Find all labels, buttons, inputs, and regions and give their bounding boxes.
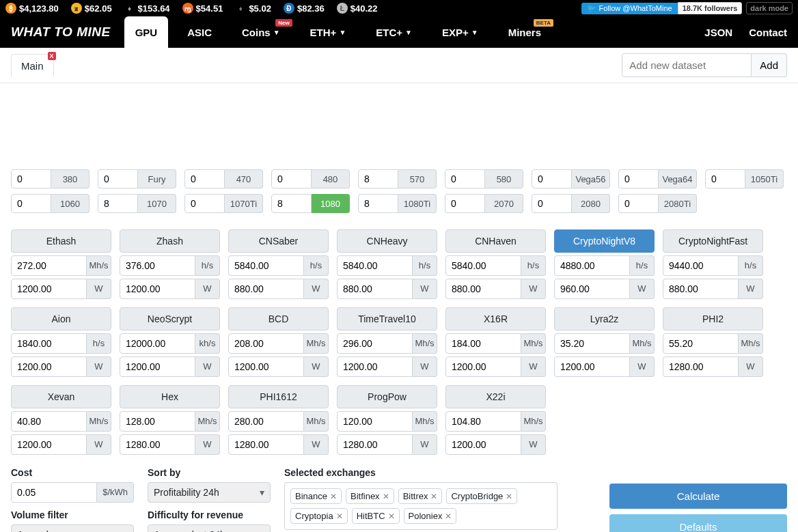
hashrate-input[interactable] <box>120 411 195 432</box>
algo-toggle[interactable]: PHI2 <box>663 307 763 331</box>
exchange-tag[interactable]: Cryptopia ✕ <box>290 508 348 524</box>
algo-toggle[interactable]: CNHeavy <box>337 229 437 253</box>
nav-link-contact[interactable]: Contact <box>749 27 787 38</box>
power-input[interactable] <box>554 279 630 299</box>
nav-tab-miners[interactable]: MinersBETA <box>497 16 552 48</box>
gpu-count-input[interactable] <box>184 194 225 213</box>
hashrate-input[interactable] <box>337 255 413 276</box>
algo-toggle[interactable]: X16R <box>445 307 546 331</box>
gpu-label-button[interactable]: Vega56 <box>572 169 610 188</box>
power-input[interactable] <box>663 356 739 377</box>
power-input[interactable] <box>11 356 87 377</box>
hashrate-input[interactable] <box>337 333 413 354</box>
exchange-tag[interactable]: Bitfinex ✕ <box>346 488 394 504</box>
hashrate-input[interactable] <box>120 255 195 276</box>
defaults-button[interactable]: Defaults <box>609 514 787 532</box>
calculate-button[interactable]: Calculate <box>609 484 787 509</box>
power-input[interactable] <box>120 434 195 455</box>
algo-toggle[interactable]: Lyra2z <box>554 307 655 331</box>
remove-icon[interactable]: ✕ <box>445 512 452 521</box>
gpu-label-button[interactable]: Fury <box>138 169 176 188</box>
gpu-count-input[interactable] <box>618 169 659 188</box>
gpu-label-button[interactable]: 1080 <box>312 194 350 213</box>
hashrate-input[interactable] <box>11 255 87 276</box>
nav-tab-etc+[interactable]: ETC+ ▼ <box>365 16 423 48</box>
gpu-label-button[interactable]: 1070 <box>138 194 176 213</box>
power-input[interactable] <box>337 356 413 377</box>
gpu-label-button[interactable]: 2080Ti <box>659 194 697 213</box>
hashrate-input[interactable] <box>554 333 630 354</box>
twitter-follow[interactable]: 🐦 Follow @WhatToMine 18.7K followers <box>581 2 742 14</box>
gpu-label-button[interactable]: 1060 <box>51 194 90 213</box>
ticker-item[interactable]: ♦$153.64 <box>124 3 170 14</box>
gpu-count-input[interactable] <box>445 169 485 188</box>
dark-mode-toggle[interactable]: dark mode <box>746 2 793 14</box>
add-dataset-button[interactable]: Add <box>752 53 787 77</box>
gpu-count-input[interactable] <box>11 169 51 188</box>
gpu-count-input[interactable] <box>98 194 138 213</box>
gpu-count-input[interactable] <box>532 194 572 213</box>
hashrate-input[interactable] <box>228 255 304 276</box>
ticker-item[interactable]: Đ$82.36 <box>284 3 325 14</box>
difficulty-select[interactable]: Average last 24h ▾ <box>148 524 271 532</box>
exchange-tag[interactable]: Poloniex ✕ <box>404 508 457 524</box>
hashrate-input[interactable] <box>11 333 87 354</box>
exchange-tag[interactable]: Binance ✕ <box>290 488 342 504</box>
power-input[interactable] <box>228 434 304 455</box>
gpu-label-button[interactable]: 480 <box>312 169 350 188</box>
power-input[interactable] <box>228 279 304 299</box>
gpu-count-input[interactable] <box>271 194 312 213</box>
algo-toggle[interactable]: ProgPow <box>337 385 437 408</box>
nav-tab-coins[interactable]: Coins ▼New <box>231 16 291 48</box>
ticker-item[interactable]: ₿$4,123.80 <box>5 3 59 14</box>
exchange-tag[interactable]: CryptoBridge ✕ <box>446 488 517 504</box>
algo-toggle[interactable]: Xevan <box>11 385 111 408</box>
ticker-item[interactable]: ƶ$62.05 <box>71 3 112 14</box>
hashrate-input[interactable] <box>445 411 521 432</box>
hashrate-input[interactable] <box>445 255 521 276</box>
remove-icon[interactable]: ✕ <box>430 492 437 501</box>
gpu-label-button[interactable]: Vega64 <box>659 169 697 188</box>
algo-toggle[interactable]: CNSaber <box>228 229 329 253</box>
twitter-follow-button[interactable]: 🐦 Follow @WhatToMine <box>581 3 677 14</box>
algo-toggle[interactable]: CryptoNightFast <box>663 229 763 253</box>
ticker-item[interactable]: Ł$40.22 <box>337 3 378 14</box>
hashrate-input[interactable] <box>663 333 739 354</box>
power-input[interactable] <box>337 279 413 299</box>
hashrate-input[interactable] <box>663 255 739 276</box>
gpu-count-input[interactable] <box>98 169 138 188</box>
gpu-count-input[interactable] <box>11 194 51 213</box>
gpu-count-input[interactable] <box>618 194 659 213</box>
nav-tab-asic[interactable]: ASIC <box>176 16 223 48</box>
power-input[interactable] <box>120 356 195 377</box>
sort-select[interactable]: Profitability 24h ▾ <box>148 482 271 503</box>
gpu-label-button[interactable]: 2070 <box>485 194 523 213</box>
gpu-label-button[interactable]: 470 <box>225 169 263 188</box>
hashrate-input[interactable] <box>337 411 413 432</box>
gpu-count-input[interactable] <box>184 169 225 188</box>
exchange-tag[interactable]: Bittrex ✕ <box>398 488 443 504</box>
gpu-count-input[interactable] <box>705 169 745 188</box>
site-logo[interactable]: WHAT TO MINE <box>11 25 111 40</box>
power-input[interactable] <box>337 434 413 455</box>
algo-toggle[interactable]: CryptoNightV8 <box>554 229 655 253</box>
cost-input[interactable] <box>11 482 97 503</box>
algo-toggle[interactable]: PHI1612 <box>228 385 329 408</box>
gpu-label-button[interactable]: 570 <box>398 169 437 188</box>
algo-toggle[interactable]: NeoScrypt <box>120 307 220 331</box>
hashrate-input[interactable] <box>445 333 521 354</box>
hashrate-input[interactable] <box>228 411 304 432</box>
remove-icon[interactable]: ✕ <box>336 512 343 521</box>
power-input[interactable] <box>445 434 521 455</box>
algo-toggle[interactable]: CNHaven <box>445 229 546 253</box>
gpu-count-input[interactable] <box>532 169 572 188</box>
algo-toggle[interactable]: Hex <box>120 385 220 408</box>
power-input[interactable] <box>663 279 739 299</box>
hashrate-input[interactable] <box>11 411 87 432</box>
power-input[interactable] <box>11 434 87 455</box>
remove-icon[interactable]: ✕ <box>388 512 395 521</box>
gpu-label-button[interactable]: 2080 <box>572 194 610 213</box>
power-input[interactable] <box>554 356 630 377</box>
algo-toggle[interactable]: Zhash <box>120 229 220 253</box>
gpu-label-button[interactable]: 380 <box>51 169 90 188</box>
